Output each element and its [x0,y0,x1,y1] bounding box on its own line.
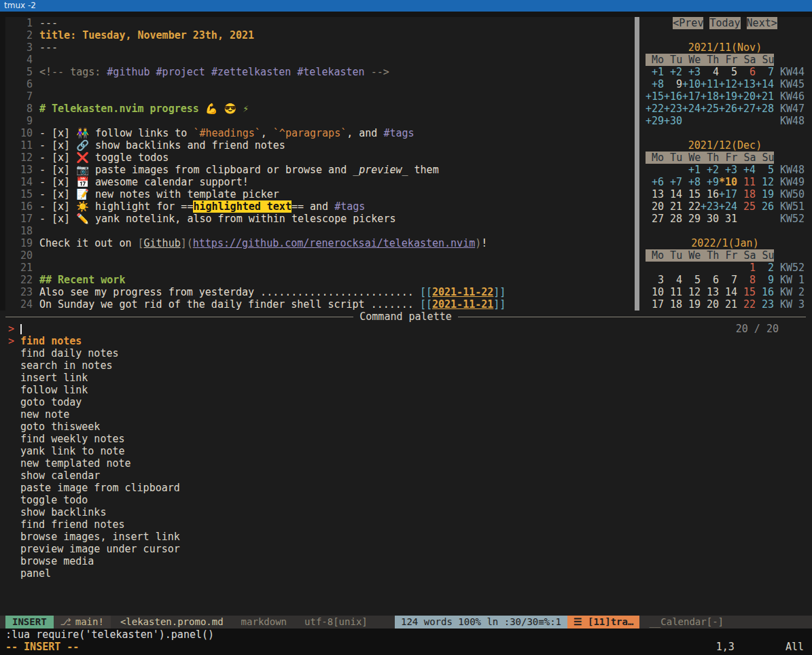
editor-line[interactable]: 16- [x] ☀️ highlight for ==highlighted t… [5,200,635,213]
day-cell[interactable]: +21 [756,90,774,103]
day-cell[interactable]: 21 [719,298,737,311]
day-cell[interactable]: 15 [737,286,756,298]
day-cell[interactable]: 31 [719,213,737,225]
editor-line[interactable]: 11- [x] 🔗 show backlinks and friend note… [5,139,635,152]
editor-line[interactable]: 17- [x] ✏️ yank notelink, also from with… [5,213,635,225]
day-cell[interactable]: +14 [756,78,774,90]
day-cell[interactable]: +12 [719,78,737,90]
day-cell[interactable]: 7 [719,274,737,286]
palette-item[interactable]: search in notes [5,359,806,372]
day-cell[interactable]: 23 [756,298,774,311]
palette-item[interactable]: find daily notes [5,347,806,359]
day-cell[interactable]: +24 [682,103,701,115]
day-cell[interactable]: +13 [737,78,756,90]
day-cell[interactable]: 18 [737,188,756,200]
day-cell[interactable]: 18 [664,298,682,311]
palette-item[interactable]: paste image from clipboard [5,482,806,494]
day-cell[interactable]: 20 [701,298,719,311]
day-cell[interactable]: 30 [701,213,719,225]
day-cell[interactable]: 6 [737,66,756,78]
palette-item[interactable]: new templated note [5,457,806,470]
day-cell[interactable]: 8 [737,274,756,286]
day-cell[interactable]: +9 [701,176,719,188]
day-cell[interactable]: 13 [646,188,664,200]
editor-line[interactable]: 13- [x] 📷 paste images from clipboard or… [5,164,635,176]
editor-line[interactable]: 10- [x] 👫 follow links to `#headings`, `… [5,127,635,139]
prompt-input[interactable]: > 20 / 20 [5,323,806,335]
editor-line[interactable]: 21 [5,262,635,274]
editor-line[interactable]: 15- [x] 📝 new notes with template picker [5,188,635,200]
palette-item[interactable]: insert link [5,372,806,384]
palette-item[interactable]: yank link to note [5,445,806,457]
day-cell[interactable]: +4 [737,164,756,176]
window-titlebar[interactable]: tmux -2 [0,0,812,12]
editor-line[interactable]: 18 [5,225,635,237]
today-button[interactable]: Today [709,17,740,29]
day-cell[interactable]: 12 [756,176,774,188]
day-cell[interactable]: 12 [682,286,701,298]
palette-item[interactable]: browse images, insert link [5,531,806,543]
day-cell[interactable]: +7 [664,176,682,188]
palette-item[interactable]: panel [5,567,806,580]
editor-line[interactable]: 24On Sunday we got rid of the daily find… [5,298,635,311]
palette-item[interactable]: new note [5,408,806,421]
day-cell[interactable]: 4 [701,66,719,78]
editor-pane[interactable]: 1---2title: Tuesday, November 23th, 2021… [5,17,635,311]
day-cell[interactable]: 26 [756,200,774,213]
day-cell[interactable]: +23 [664,103,682,115]
editor-line[interactable]: 12- [x] ❌ toggle todos [5,152,635,164]
day-cell[interactable]: 22 [737,298,756,311]
day-cell[interactable]: +6 [646,176,664,188]
editor-line[interactable]: 8# Telekasten.nvim progress 💪 😎 ⚡ [5,103,635,115]
day-cell[interactable]: +8 [646,78,664,90]
palette-item[interactable]: preview image under cursor [5,543,806,555]
day-cell[interactable]: 15 [682,188,701,200]
day-cell[interactable]: 17 [646,298,664,311]
day-cell[interactable]: 1 [737,262,756,274]
palette-item[interactable]: show calendar [5,470,806,482]
day-cell[interactable]: +3 [719,164,737,176]
editor-line[interactable]: 4 [5,54,635,66]
editor-line[interactable]: 7 [5,90,635,103]
day-cell[interactable]: *10 [719,176,737,188]
day-cell[interactable]: 20 [646,200,664,213]
day-cell[interactable]: +24 [719,200,737,213]
editor-line[interactable]: 9 [5,115,635,127]
day-cell[interactable]: 11 [737,176,756,188]
day-cell[interactable]: +2 [664,66,682,78]
next-button[interactable]: Next> [747,17,777,29]
editor-line[interactable]: 23Also see my progress from yesterday ..… [5,286,635,298]
day-cell[interactable]: 4 [664,274,682,286]
day-cell[interactable]: 11 [664,286,682,298]
day-cell[interactable]: 3 [646,274,664,286]
day-cell[interactable]: 7 [756,66,774,78]
editor-line[interactable]: 5<!-- tags: #github #project #zettelkast… [5,66,635,78]
palette-item[interactable]: follow link [5,384,806,396]
editor-scrollbar[interactable] [635,17,639,311]
day-cell[interactable]: +11 [701,78,719,90]
palette-item[interactable]: find friend notes [5,518,806,531]
day-cell[interactable]: +30 [664,115,682,127]
day-cell[interactable]: +17 [719,188,737,200]
day-cell[interactable]: 14 [664,188,682,200]
day-cell[interactable]: +22 [646,103,664,115]
day-cell[interactable]: 25 [737,200,756,213]
editor-line[interactable]: 6 [5,78,635,90]
palette-item[interactable]: goto today [5,396,806,408]
editor-line[interactable]: 20 [5,249,635,262]
day-cell[interactable]: 13 [701,286,719,298]
day-cell[interactable]: +10 [682,78,701,90]
day-cell[interactable]: 27 [646,213,664,225]
day-cell[interactable]: +20 [737,90,756,103]
day-cell[interactable]: 2 [756,262,774,274]
day-cell[interactable]: 9 [664,78,682,90]
day-cell[interactable]: +1 [646,66,664,78]
day-cell[interactable]: 16 [701,188,719,200]
palette-item[interactable]: goto thisweek [5,421,806,433]
editor-line[interactable]: 22## Recent work [5,274,635,286]
editor-line[interactable]: 1--- [5,17,635,29]
palette-item[interactable]: >find notes [5,335,806,347]
day-cell[interactable]: +17 [682,90,701,103]
day-cell[interactable]: +3 [682,66,701,78]
day-cell[interactable]: 29 [682,213,701,225]
